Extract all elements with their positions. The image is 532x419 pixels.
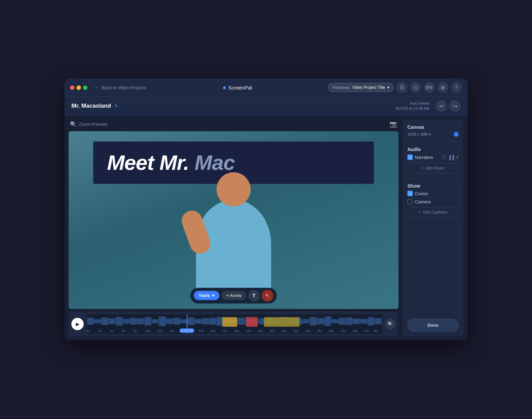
title-bar-actions: Published: Video Project Title ▾ ☰ ◷ EN …	[328, 82, 462, 93]
canvas-section: Canvas 1638 x 986 ▾	[407, 124, 459, 137]
search-timeline-button[interactable]: 🔍	[385, 319, 396, 329]
language-button[interactable]: EN	[424, 82, 435, 93]
canvas-size: 1638 x 986 ▾	[407, 132, 431, 137]
list-icon-button[interactable]: ☰	[396, 82, 407, 93]
ruler-30s: 30s	[270, 329, 275, 333]
tools-dropdown-button[interactable]: Tools ▾	[194, 291, 219, 300]
add-music-icon: +	[421, 166, 424, 171]
project-bar: Mr. Macasland ✎ Auto Saved 9/27/22 at 11…	[65, 97, 467, 116]
maximize-button[interactable]	[83, 85, 87, 90]
add-captions-button[interactable]: + Add Captions	[407, 207, 459, 217]
waveform-bar	[123, 319, 130, 324]
canvas-size-value: 1638 x 986	[407, 132, 428, 137]
screenpal-logo-icon: ●	[223, 84, 226, 91]
right-panel: Canvas 1638 x 986 ▾ Audio ✓ Narration	[403, 120, 463, 336]
ruler-0s: 0s	[86, 329, 90, 333]
waveform-bar	[130, 318, 137, 325]
undo-button[interactable]: ↩	[435, 100, 447, 112]
screenshot-icon[interactable]: 📷	[390, 120, 397, 128]
text-tool-button[interactable]: T	[248, 290, 260, 301]
zoom-icon: 🔍	[70, 121, 77, 127]
done-button[interactable]: Done	[407, 319, 459, 332]
done-label: Done	[428, 323, 439, 328]
traffic-lights	[70, 85, 87, 90]
close-button[interactable]	[70, 85, 74, 90]
waveform-bar	[202, 318, 209, 324]
waveform-bar	[94, 319, 101, 324]
clock-icon-button[interactable]: ◷	[410, 82, 421, 93]
ruler-6s: 6s	[122, 329, 125, 333]
waveform-bar	[144, 317, 151, 325]
timeline-segment-gold[interactable]	[264, 317, 299, 327]
waveform-bar	[375, 318, 381, 324]
cursor-tool-button[interactable]: ↖	[262, 290, 274, 301]
tools-label: Tools	[198, 293, 210, 298]
camera-row: Camera	[407, 199, 459, 204]
play-button[interactable]: ▶	[71, 318, 84, 330]
timeline-segment-yellow[interactable]	[222, 317, 237, 327]
auto-saved-status: Auto Saved 9/27/22 at 11:38 AM	[396, 101, 429, 111]
project-name-area: Mr. Macasland ✎	[71, 103, 118, 109]
narration-row: ✓ Narration ⓘ ▐▐ ▾	[407, 154, 459, 160]
text-icon: T	[252, 293, 255, 298]
canvas-row: 1638 x 986 ▾	[407, 132, 459, 137]
minimize-button[interactable]	[76, 85, 81, 90]
back-button[interactable]: ← Back to Video Projects	[94, 84, 146, 91]
waveform-bar	[188, 317, 195, 325]
waveform-bar	[109, 319, 115, 324]
camera-checkbox[interactable]	[407, 199, 413, 204]
waveform-bar	[101, 317, 108, 325]
ruler-24s: 24s	[234, 329, 239, 333]
person-head	[216, 172, 251, 206]
redo-button[interactable]: ↪	[449, 100, 461, 112]
auto-saved-time: 9/27/22 at 11:38 AM	[396, 106, 429, 111]
publish-label: Published:	[333, 85, 350, 90]
publish-chevron-icon: ▾	[387, 85, 389, 90]
timeline-area: ▶	[69, 312, 398, 336]
canvas-size-chevron-icon: ▾	[429, 132, 431, 137]
add-music-button[interactable]: + Add Music	[407, 163, 459, 173]
edit-project-name-icon[interactable]: ✎	[114, 103, 118, 109]
ruler-8s: 8s	[134, 329, 137, 333]
canvas-color-indicator[interactable]	[454, 132, 459, 137]
waveform-bar	[159, 316, 166, 326]
timeline-track[interactable]: 0:16:00 0s 2s 4s 6s 8s 10s 12s 14s 16s 1…	[86, 314, 382, 334]
back-label: Back to Video Projects	[102, 85, 146, 90]
audio-title: Audio	[407, 147, 459, 152]
waveform-bar	[195, 319, 202, 324]
help-icon-button[interactable]: ?	[451, 82, 462, 93]
layers-icon-button[interactable]: ⊞	[437, 82, 448, 93]
video-title-text: Meet Mr. Mac	[107, 151, 360, 174]
narration-volume-icon[interactable]: ▐▐	[448, 155, 454, 160]
arrow-tool-button[interactable]: + Arrow	[221, 291, 246, 300]
ruler-4s: 4s	[110, 329, 113, 333]
ruler-28s: 28s	[258, 329, 263, 333]
back-arrow-icon: ←	[94, 84, 100, 91]
undo-redo-group: ↩ ↪	[435, 100, 461, 112]
person-illustration	[179, 172, 288, 288]
waveform-bar	[152, 319, 158, 323]
app-name: ScreenPal	[228, 85, 252, 91]
waveform-bar	[303, 319, 309, 323]
cursor-checkbox[interactable]: ✓	[407, 191, 413, 196]
ruler-38s: 38s	[317, 329, 322, 333]
narration-checkbox[interactable]: ✓	[407, 154, 413, 160]
waveform-bar	[173, 318, 180, 324]
waveform-bar	[310, 317, 317, 325]
cursor-row: ✓ Cursor	[407, 191, 459, 196]
timeline-segment-red[interactable]	[246, 317, 258, 327]
waveform-bar	[346, 317, 353, 325]
divider	[407, 141, 459, 142]
app-title: ● ScreenPal	[151, 84, 324, 91]
narration-expand-icon[interactable]: ▾	[456, 155, 459, 160]
narration-info-icon[interactable]: ⓘ	[442, 154, 446, 160]
publish-button[interactable]: Published: Video Project Title ▾	[328, 83, 394, 92]
ruler-44s: 44s	[352, 329, 358, 333]
zoom-label: Zoom Preview	[79, 122, 107, 127]
waveform-bar	[238, 318, 245, 324]
main-content: 🔍 Zoom Preview 📷 Meet Mr. Mac	[65, 116, 467, 340]
waveform-bar	[332, 319, 338, 324]
waveform-bar	[181, 319, 187, 324]
camera-label: Camera	[415, 199, 459, 204]
ruler-32s: 32s	[282, 329, 287, 333]
